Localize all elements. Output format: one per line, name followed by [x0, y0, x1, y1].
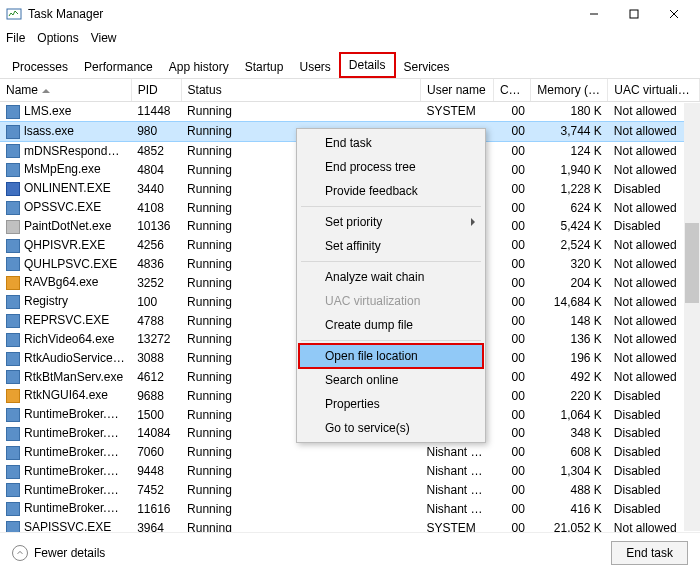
process-icon — [6, 427, 20, 441]
ctx-create-dump-file[interactable]: Create dump file — [299, 313, 483, 337]
bottom-bar: Fewer details End task — [0, 532, 700, 572]
process-icon — [6, 295, 20, 309]
process-icon — [6, 352, 20, 366]
table-row[interactable]: RuntimeBroker.exe7060RunningNishant G...… — [0, 443, 700, 462]
tab-startup[interactable]: Startup — [237, 56, 292, 78]
cell-mem: 624 K — [531, 198, 608, 217]
process-icon — [6, 314, 20, 328]
process-icon — [6, 201, 20, 215]
ctx-set-affinity[interactable]: Set affinity — [299, 234, 483, 258]
tab-details[interactable]: Details — [339, 52, 396, 78]
ctx-open-file-location[interactable]: Open file location — [299, 344, 483, 368]
cell-pid: 14084 — [131, 424, 181, 443]
cell-name: MsMpEng.exe — [0, 160, 131, 179]
cell-mem: 1,304 K — [531, 462, 608, 481]
tab-performance[interactable]: Performance — [76, 56, 161, 78]
cell-pid: 4612 — [131, 368, 181, 387]
ctx-provide-feedback[interactable]: Provide feedback — [299, 179, 483, 203]
cell-mem: 204 K — [531, 273, 608, 292]
col-pid[interactable]: PID — [131, 79, 181, 102]
menu-view[interactable]: View — [91, 31, 117, 45]
scrollbar[interactable] — [684, 103, 700, 531]
cell-cpu: 00 — [493, 405, 530, 424]
table-row[interactable]: RuntimeBroker.exe11616RunningNishant G..… — [0, 499, 700, 518]
tab-services[interactable]: Services — [396, 56, 458, 78]
cell-name: QUHLPSVC.EXE — [0, 255, 131, 274]
cell-name: ONLINENT.EXE — [0, 179, 131, 198]
cell-pid: 100 — [131, 292, 181, 311]
cell-cpu: 00 — [493, 141, 530, 160]
cell-status: Running — [181, 462, 420, 481]
cell-name: lsass.exe — [0, 121, 131, 141]
cell-mem: 148 K — [531, 311, 608, 330]
cell-mem: 124 K — [531, 141, 608, 160]
table-row[interactable]: RuntimeBroker.exe7452RunningNishant G...… — [0, 481, 700, 500]
cell-pid: 4108 — [131, 198, 181, 217]
ctx-end-process-tree[interactable]: End process tree — [299, 155, 483, 179]
task-manager-icon — [6, 6, 22, 22]
ctx-separator — [301, 340, 481, 341]
ctx-search-online[interactable]: Search online — [299, 368, 483, 392]
menu-options[interactable]: Options — [37, 31, 78, 45]
menu-file[interactable]: File — [6, 31, 25, 45]
process-icon — [6, 220, 20, 234]
col-mem[interactable]: Memory (a... — [531, 79, 608, 102]
col-uac[interactable]: UAC virtualizat... — [608, 79, 700, 102]
fewer-details-toggle[interactable]: Fewer details — [12, 545, 105, 561]
cell-name: RtkNGUI64.exe — [0, 386, 131, 405]
ctx-end-task[interactable]: End task — [299, 131, 483, 155]
ctx-go-to-services[interactable]: Go to service(s) — [299, 416, 483, 440]
cell-cpu: 00 — [493, 311, 530, 330]
process-icon — [6, 105, 20, 119]
cell-cpu: 00 — [493, 255, 530, 274]
tab-app-history[interactable]: App history — [161, 56, 237, 78]
minimize-button[interactable] — [574, 2, 614, 26]
tab-users[interactable]: Users — [291, 56, 338, 78]
cell-mem: 14,684 K — [531, 292, 608, 311]
svg-rect-2 — [630, 10, 638, 18]
cell-mem: 488 K — [531, 481, 608, 500]
ctx-separator — [301, 206, 481, 207]
tab-processes[interactable]: Processes — [4, 56, 76, 78]
cell-pid: 7452 — [131, 481, 181, 500]
cell-cpu: 00 — [493, 349, 530, 368]
table-row[interactable]: LMS.exe11448RunningSYSTEM00180 KNot allo… — [0, 102, 700, 122]
table-row[interactable]: RuntimeBroker.exe9448RunningNishant G...… — [0, 462, 700, 481]
menubar: File Options View — [0, 28, 700, 48]
cell-cpu: 00 — [493, 518, 530, 533]
cell-mem: 21,052 K — [531, 518, 608, 533]
cell-mem: 3,744 K — [531, 121, 608, 141]
window-title: Task Manager — [28, 7, 574, 21]
cell-pid: 3088 — [131, 349, 181, 368]
process-icon — [6, 239, 20, 253]
cell-cpu: 00 — [493, 424, 530, 443]
context-menu: End task End process tree Provide feedba… — [296, 128, 486, 443]
col-user[interactable]: User name — [421, 79, 494, 102]
process-icon — [6, 483, 20, 497]
cell-name: OPSSVC.EXE — [0, 198, 131, 217]
cell-cpu: 00 — [493, 386, 530, 405]
cell-name: Registry — [0, 292, 131, 311]
process-icon — [6, 333, 20, 347]
cell-cpu: 00 — [493, 236, 530, 255]
cell-mem: 1,064 K — [531, 405, 608, 424]
end-task-button[interactable]: End task — [611, 541, 688, 565]
ctx-separator — [301, 261, 481, 262]
process-icon — [6, 389, 20, 403]
ctx-properties[interactable]: Properties — [299, 392, 483, 416]
col-cpu[interactable]: CPU — [493, 79, 530, 102]
ctx-analyze-wait-chain[interactable]: Analyze wait chain — [299, 265, 483, 289]
scroll-thumb[interactable] — [685, 223, 699, 303]
cell-user: SYSTEM — [421, 518, 494, 533]
maximize-button[interactable] — [614, 2, 654, 26]
close-button[interactable] — [654, 2, 694, 26]
cell-name: mDNSResponder.exe — [0, 141, 131, 160]
ctx-set-priority[interactable]: Set priority — [299, 210, 483, 234]
col-name[interactable]: Name — [0, 79, 131, 102]
table-row[interactable]: SAPISSVC.EXE3964RunningSYSTEM0021,052 KN… — [0, 518, 700, 533]
cell-user: Nishant G... — [421, 499, 494, 518]
cell-cpu: 00 — [493, 443, 530, 462]
cell-pid: 7060 — [131, 443, 181, 462]
col-status[interactable]: Status — [181, 79, 420, 102]
cell-cpu: 00 — [493, 499, 530, 518]
